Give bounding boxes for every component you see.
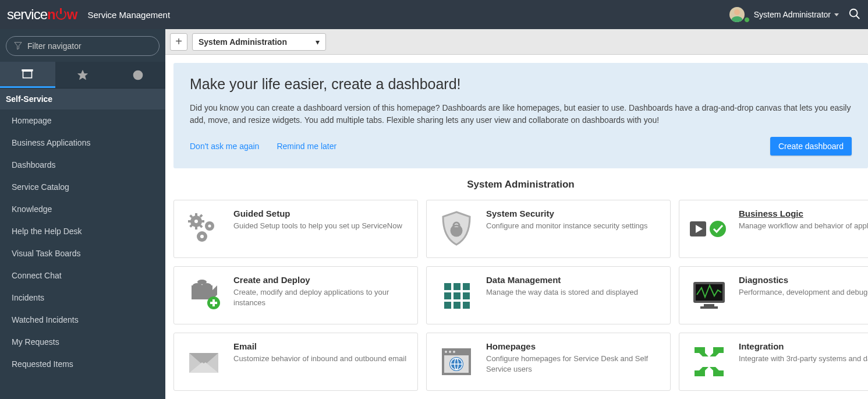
card-desc: Configure and monitor instance security … — [486, 221, 647, 231]
svg-rect-3 — [23, 71, 32, 78]
nav-item-help-the-help-desk[interactable]: Help the Help Desk — [0, 220, 165, 242]
nav-item-requested-items[interactable]: Requested Items — [0, 353, 165, 375]
logo-text-now: nw — [47, 6, 77, 23]
svg-point-55 — [453, 351, 455, 353]
nav-list[interactable]: Self-Service HomepageBusiness Applicatio… — [0, 89, 165, 399]
avatar — [729, 7, 745, 22]
card-desc: Integrate with 3rd-party systems and dat… — [739, 354, 868, 364]
monitor-icon — [689, 275, 729, 316]
svg-rect-23 — [452, 227, 461, 235]
section-title: System Administration — [173, 179, 868, 190]
svg-marker-5 — [78, 70, 88, 79]
svg-rect-46 — [704, 304, 714, 306]
svg-point-20 — [200, 235, 204, 238]
svg-marker-2 — [15, 42, 22, 49]
banner-body: Did you know you can create a dashboard … — [190, 102, 852, 126]
card-email[interactable]: EmailCustomize behavior of inbound and o… — [173, 333, 418, 391]
svg-marker-59 — [695, 367, 708, 376]
card-create-and-deploy[interactable]: Create and DeployCreate, modify and depl… — [173, 266, 418, 324]
svg-marker-58 — [710, 347, 724, 356]
svg-rect-47 — [700, 306, 718, 309]
card-desc: Create, modify and deploy applications t… — [233, 287, 408, 308]
user-menu[interactable]: System Administrator — [729, 7, 839, 22]
card-desc: Guided Setup tools to help you set up Se… — [233, 221, 402, 231]
svg-point-29 — [197, 280, 207, 284]
nav-item-watched-incidents[interactable]: Watched Incidents — [0, 309, 165, 331]
card-desc: Performance, development and debugging — [739, 287, 868, 298]
nav-tab-favorites[interactable] — [55, 62, 111, 88]
nav-item-service-catalog[interactable]: Service Catalog — [0, 176, 165, 198]
card-title: Email — [233, 341, 406, 351]
card-diagnostics[interactable]: DiagnosticsPerformance, development and … — [679, 266, 868, 324]
nav-tabs — [0, 62, 165, 89]
nav-item-business-applications[interactable]: Business Applications — [0, 132, 165, 154]
nav-section-self-service[interactable]: Self-Service — [0, 89, 165, 110]
svg-rect-34 — [210, 302, 217, 304]
page-toolbar: + System Administration ▾ — [165, 29, 868, 55]
svg-rect-9 — [195, 213, 197, 217]
svg-point-0 — [850, 9, 858, 16]
nav-item-homepage[interactable]: Homepage — [0, 110, 165, 132]
arrows-icon — [689, 341, 729, 382]
card-system-security[interactable]: System SecurityConfigure and monitor ins… — [426, 200, 671, 258]
svg-rect-4 — [22, 70, 33, 72]
card-integration[interactable]: IntegrationIntegrate with 3rd-party syst… — [679, 333, 868, 391]
nav-item-incidents[interactable]: Incidents — [0, 287, 165, 309]
filter-navigator[interactable] — [6, 36, 160, 56]
svg-rect-36 — [454, 283, 460, 290]
banner-title: Make your life easier, create a dashboar… — [190, 76, 852, 93]
search-icon[interactable] — [848, 8, 861, 22]
nav-item-visual-task-boards[interactable]: Visual Task Boards — [0, 242, 165, 264]
card-title: Create and Deploy — [233, 275, 408, 285]
grid-icon — [436, 275, 477, 316]
user-name: System Administrator — [754, 10, 831, 19]
card-desc: Manage the way data is stored and displa… — [486, 287, 638, 298]
logo[interactable]: service nw — [7, 6, 77, 23]
svg-rect-38 — [444, 292, 451, 299]
app-header: service nw Service Management System Adm… — [0, 0, 868, 29]
svg-rect-40 — [463, 292, 470, 299]
nav-item-knowledge[interactable]: Knowledge — [0, 198, 165, 220]
svg-marker-57 — [695, 347, 708, 356]
svg-rect-10 — [195, 226, 197, 229]
logo-text-service: service — [7, 6, 47, 23]
nav-item-dashboards[interactable]: Dashboards — [0, 154, 165, 176]
svg-rect-42 — [454, 302, 460, 309]
svg-rect-35 — [444, 283, 451, 290]
add-content-button[interactable]: + — [170, 33, 187, 51]
left-nav: Self-Service HomepageBusiness Applicatio… — [0, 29, 165, 399]
svg-point-26 — [710, 221, 726, 237]
card-title: Integration — [739, 341, 868, 351]
presence-dot — [744, 17, 750, 23]
card-guided-setup[interactable]: Guided SetupGuided Setup tools to help y… — [173, 200, 418, 258]
chevron-down-icon — [834, 13, 839, 16]
create-dashboard-button[interactable]: Create dashboard — [770, 137, 852, 156]
remind-later-link[interactable]: Remind me later — [277, 142, 336, 151]
main-content: + System Administration ▾ Make your life… — [165, 29, 868, 399]
nav-tab-all[interactable] — [0, 62, 55, 88]
nav-item-connect-chat[interactable]: Connect Chat — [0, 264, 165, 287]
svg-rect-39 — [454, 292, 460, 299]
app-title: Service Management — [87, 10, 170, 20]
card-title: System Security — [486, 209, 647, 218]
dont-ask-link[interactable]: Don't ask me again — [190, 142, 259, 151]
power-icon — [56, 9, 66, 20]
funnel-icon — [13, 41, 23, 52]
card-title: Guided Setup — [233, 209, 402, 218]
card-title: Diagnostics — [739, 275, 868, 285]
envelope-icon — [183, 341, 224, 382]
dashboard-banner: Make your life easier, create a dashboar… — [173, 63, 868, 168]
svg-point-54 — [449, 351, 451, 353]
nav-item-my-requests[interactable]: My Requests — [0, 331, 165, 353]
nav-tab-history[interactable] — [110, 62, 165, 88]
card-business-logic[interactable]: Business LogicManage workflow and behavi… — [679, 200, 868, 258]
svg-rect-37 — [463, 283, 470, 290]
homepage-select[interactable]: System Administration ▾ — [192, 33, 326, 51]
card-homepages[interactable]: HomepagesConfigure homepages for Service… — [426, 333, 671, 391]
card-data-management[interactable]: Data ManagementManage the way data is st… — [426, 266, 671, 324]
filter-input[interactable] — [27, 41, 152, 51]
gears-icon — [183, 209, 224, 249]
svg-rect-11 — [188, 220, 192, 223]
svg-point-53 — [445, 351, 447, 353]
homepage-select-label: System Administration — [199, 37, 287, 47]
